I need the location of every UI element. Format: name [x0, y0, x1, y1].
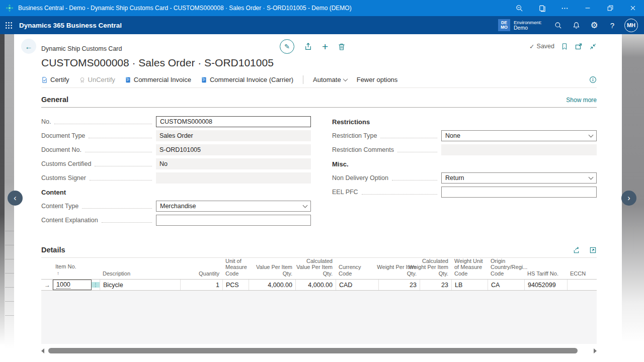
dotted-leader [82, 208, 152, 209]
field-label: Customs Certified [41, 160, 91, 167]
field-label: Restriction Type [332, 132, 377, 139]
details-table-header: Item No.↑ Description Quantity Unit of M… [41, 258, 597, 279]
value-per-item-cell[interactable]: 4,000.00 [249, 280, 295, 290]
open-in-excel-icon[interactable] [589, 246, 597, 254]
origin-country-cell[interactable]: CA [488, 280, 524, 290]
next-record-button[interactable]: › [621, 191, 636, 206]
back-button[interactable]: ← [21, 39, 36, 54]
restore-button[interactable] [599, 0, 621, 16]
eccn-cell[interactable] [567, 280, 597, 290]
customs-signer-field [156, 172, 311, 184]
field-customs-certified: Customs Certified No [41, 158, 311, 169]
uncertify-icon [79, 76, 86, 83]
field-non-delivery-option: Non Delivery Option Return [332, 172, 597, 184]
description-cell[interactable]: Bicycle [100, 280, 180, 290]
fewer-options-button[interactable]: Fewer options [357, 76, 398, 83]
column-header-currency-code[interactable]: Currency Code [336, 264, 378, 277]
weight-per-item-cell[interactable]: 23 [378, 280, 420, 290]
field-document-type: Document Type Sales Order [41, 130, 311, 141]
recent-pages-icon[interactable] [531, 0, 553, 16]
automate-menu-button[interactable]: Automate [313, 76, 347, 83]
item-no-value[interactable]: 1000 [53, 280, 92, 290]
table-empty-area [41, 291, 597, 344]
item-no-cell[interactable]: 1000 ⋮ [52, 280, 100, 290]
content-explanation-input[interactable] [156, 215, 311, 226]
table-row[interactable]: → 1000 ⋮ Bicycle 1 PCS 4,000.00 4,000.00… [41, 279, 597, 291]
column-header-unit-of-measure[interactable]: Unit of Measure Code [222, 258, 249, 277]
delete-trash-icon[interactable] [338, 43, 346, 51]
column-header-description[interactable]: Description [100, 270, 180, 277]
dotted-leader [380, 138, 437, 138]
misc-subheading: Misc. [332, 158, 597, 169]
unit-of-measure-cell[interactable]: PCS [222, 280, 249, 290]
scroll-right-icon[interactable] [594, 348, 597, 353]
user-avatar[interactable]: MH [624, 19, 638, 32]
field-no: No. CUSTOMS000008 [41, 116, 311, 127]
info-icon[interactable] [589, 76, 597, 83]
restriction-type-select[interactable]: None [441, 130, 597, 141]
column-header-value-per-item[interactable]: Value Per Item Qty. [249, 264, 295, 277]
collapse-page-icon[interactable] [589, 43, 597, 50]
share-icon[interactable] [304, 42, 312, 51]
weight-unit-cell[interactable]: LB [451, 280, 488, 290]
edit-pencil-icon[interactable]: ✎ [280, 39, 294, 54]
calculated-weight-cell[interactable]: 23 [420, 280, 451, 290]
details-section-header[interactable]: Details [41, 246, 597, 258]
horizontal-scrollbar[interactable] [41, 347, 597, 354]
environment-badge[interactable]: DE MO [498, 19, 510, 31]
column-header-item-no[interactable]: Item No.↑ [52, 263, 100, 277]
search-icon[interactable] [549, 16, 567, 34]
field-content-explanation: Content Explanation [41, 215, 311, 226]
scrollbar-track[interactable] [46, 348, 592, 353]
more-options-icon[interactable] [553, 0, 576, 16]
column-header-origin-country[interactable]: Origin Country/Regi... Code [488, 258, 524, 277]
app-window: Business Central - Demo - Dynamic Ship C… [0, 0, 644, 362]
business-central-app-icon [6, 4, 14, 12]
quantity-cell[interactable]: 1 [180, 280, 222, 290]
page-header: ← Dynamic Ship Customs Card ✎ + ✓ Saved [14, 34, 622, 56]
field-restriction-comments: Restriction Comments [332, 144, 597, 155]
currency-code-cell[interactable]: CAD [336, 280, 378, 290]
action-bar-divider [303, 75, 303, 84]
minimize-button[interactable] [576, 0, 599, 16]
chevron-down-icon [589, 174, 594, 179]
zoom-out-icon[interactable] [508, 0, 531, 16]
help-icon[interactable]: ? [603, 16, 621, 34]
bookmark-icon[interactable] [561, 43, 568, 50]
hs-tariff-no-cell[interactable]: 94052099 [524, 280, 567, 290]
column-header-calculated-value[interactable]: Calculated Value Per Item Qty. [295, 258, 336, 277]
report-icon [201, 76, 207, 83]
environment-info: Environment: Demo [514, 20, 542, 31]
uncertify-button[interactable]: UnCertify [79, 76, 115, 83]
settings-gear-icon[interactable]: ⚙ [585, 16, 603, 34]
share-icon[interactable] [573, 246, 581, 254]
notifications-bell-icon[interactable] [567, 16, 585, 34]
app-launcher-icon[interactable] [0, 16, 17, 34]
field-label: No. [41, 118, 51, 125]
open-in-new-window-icon[interactable] [575, 42, 583, 50]
column-header-calculated-weight[interactable]: Calculated Weight Per Item Qty. [420, 258, 451, 277]
scroll-left-icon[interactable] [41, 348, 44, 353]
non-delivery-option-select[interactable]: Return [441, 172, 597, 184]
general-section-header[interactable]: General Show more [41, 96, 597, 108]
dotted-leader [102, 222, 152, 223]
column-header-weight-unit[interactable]: Weight Unit of Measure Code [451, 258, 488, 277]
scrollbar-thumb[interactable] [48, 348, 577, 353]
close-button[interactable] [621, 0, 644, 16]
new-record-plus-icon[interactable]: + [322, 42, 328, 52]
column-header-eccn[interactable]: ECCN [567, 270, 597, 277]
column-header-quantity[interactable]: Quantity [180, 270, 222, 277]
calculated-value-cell[interactable]: 4,000.00 [295, 280, 336, 290]
show-more-link[interactable]: Show more [566, 97, 597, 104]
content-type-select[interactable]: Merchandise [156, 201, 311, 212]
page-caption: Dynamic Ship Customs Card [41, 45, 122, 52]
no-input[interactable]: CUSTOMS000008 [156, 116, 311, 127]
previous-record-button[interactable]: ‹ [8, 191, 23, 206]
commercial-invoice-button[interactable]: Commercial Invoice [125, 76, 191, 83]
commercial-invoice-carrier-button[interactable]: Commercial Invoice (Carrier) [201, 76, 293, 83]
column-header-hs-tariff-no[interactable]: HS Tariff No. [524, 270, 567, 277]
eel-pfc-input[interactable] [441, 187, 597, 198]
app-title[interactable]: Dynamics 365 Business Central [19, 22, 498, 29]
row-context-menu-icon[interactable]: ⋮ [92, 282, 100, 288]
certify-button[interactable]: Certify [41, 76, 69, 83]
